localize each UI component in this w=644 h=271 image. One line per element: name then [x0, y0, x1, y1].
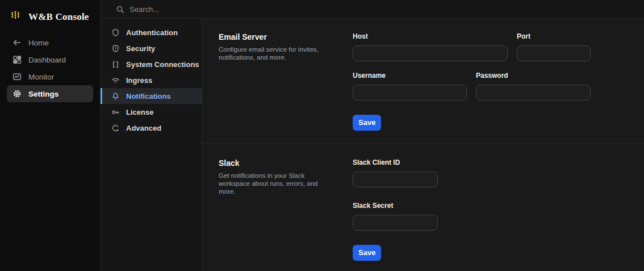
sidebar-item-settings[interactable]: Settings — [7, 85, 93, 102]
sidebar-item-label: Home — [28, 39, 49, 47]
email-server-section: Email Server Configure email service for… — [202, 19, 644, 144]
settings-nav-item-advanced[interactable]: Advanced — [101, 120, 202, 136]
port-input[interactable] — [517, 45, 591, 61]
bell-icon — [111, 92, 120, 101]
slack-secret-input[interactable] — [353, 215, 438, 231]
settings-nav-label: System Connections — [126, 60, 199, 69]
slack-client-id-label: Slack Client ID — [353, 159, 644, 167]
settings-nav-item-security[interactable]: Security — [101, 40, 202, 56]
search-icon — [116, 5, 124, 14]
section-title: Email Server — [219, 32, 341, 42]
settings-nav-label: Notifications — [126, 92, 171, 101]
section-description: Get notifications in your Slack workspac… — [219, 172, 335, 195]
slack-client-id-input[interactable] — [353, 172, 438, 187]
port-label: Port — [517, 32, 591, 41]
search-input[interactable] — [129, 5, 300, 14]
app-title: W&B Console — [28, 11, 89, 23]
shield-alert-icon — [111, 44, 120, 53]
app-window: W&B Console Home — [0, 0, 644, 271]
dial-icon — [111, 124, 120, 132]
slack-secret-label: Slack Secret — [353, 202, 644, 210]
content: Authentication Security — [101, 19, 644, 271]
settings-nav-item-license[interactable]: License — [101, 104, 202, 120]
sidebar-item-dashboard[interactable]: Dashboard — [7, 51, 93, 68]
settings-nav-label: Authentication — [126, 28, 178, 37]
left-sidebar: W&B Console Home — [0, 0, 101, 271]
password-field-group: Password — [476, 72, 591, 101]
username-input[interactable] — [353, 85, 467, 101]
brackets-icon — [111, 60, 120, 69]
main-panel: Email Server Configure email service for… — [202, 19, 644, 271]
settings-nav-label: Security — [126, 44, 155, 53]
arrow-left-icon — [12, 38, 22, 47]
sidebar-item-label: Dashboard — [28, 56, 66, 64]
settings-nav-item-authentication[interactable]: Authentication — [101, 24, 202, 40]
settings-nav-label: Advanced — [126, 124, 161, 132]
settings-nav-item-ingress[interactable]: Ingress — [101, 72, 202, 88]
host-label: Host — [353, 32, 508, 41]
sidebar-item-label: Settings — [28, 90, 58, 98]
key-icon — [111, 108, 120, 116]
slack-secret-field-group: Slack Secret — [353, 202, 644, 231]
right-column: Authentication Security — [101, 0, 644, 271]
section-title: Slack — [219, 159, 341, 168]
sidebar-item-label: Monitor — [28, 73, 54, 81]
settings-nav-item-system-connections[interactable]: System Connections — [101, 56, 202, 72]
shield-icon — [111, 28, 120, 37]
sidebar-item-home[interactable]: Home — [7, 34, 93, 51]
password-input[interactable] — [476, 85, 591, 101]
host-field-group: Host — [353, 32, 508, 61]
sidebar-item-monitor[interactable]: Monitor — [7, 68, 93, 85]
settings-nav-label: License — [126, 108, 153, 116]
slack-client-id-field-group: Slack Client ID — [353, 159, 644, 187]
monitor-chart-icon — [12, 72, 22, 81]
email-server-form: Host Port Username — [353, 32, 644, 143]
username-field-group: Username — [353, 72, 467, 101]
main-nav: Home Dashboard — [0, 34, 100, 102]
settings-nav-item-notifications[interactable]: Notifications — [101, 88, 202, 104]
slack-section: Slack Get notifications in your Slack wo… — [202, 144, 644, 271]
settings-nav-label: Ingress — [126, 76, 152, 85]
dashboard-grid-icon — [12, 55, 22, 64]
username-label: Username — [353, 72, 467, 80]
settings-nav: Authentication Security — [101, 19, 202, 271]
save-button[interactable]: Save — [353, 245, 381, 261]
port-field-group: Port — [517, 32, 591, 61]
wandb-dots-logo-icon — [11, 10, 23, 24]
password-label: Password — [476, 72, 591, 80]
slack-info: Slack Get notifications in your Slack wo… — [219, 159, 353, 271]
section-description: Configure email service for invites, not… — [219, 45, 335, 61]
save-button[interactable]: Save — [353, 115, 381, 131]
wifi-icon — [111, 76, 120, 85]
host-input[interactable] — [353, 45, 508, 61]
gear-icon — [12, 89, 22, 98]
email-server-info: Email Server Configure email service for… — [219, 32, 353, 143]
slack-form: Slack Client ID Slack Secret Save — [353, 159, 644, 271]
topbar — [101, 0, 644, 19]
brand: W&B Console — [0, 0, 100, 26]
